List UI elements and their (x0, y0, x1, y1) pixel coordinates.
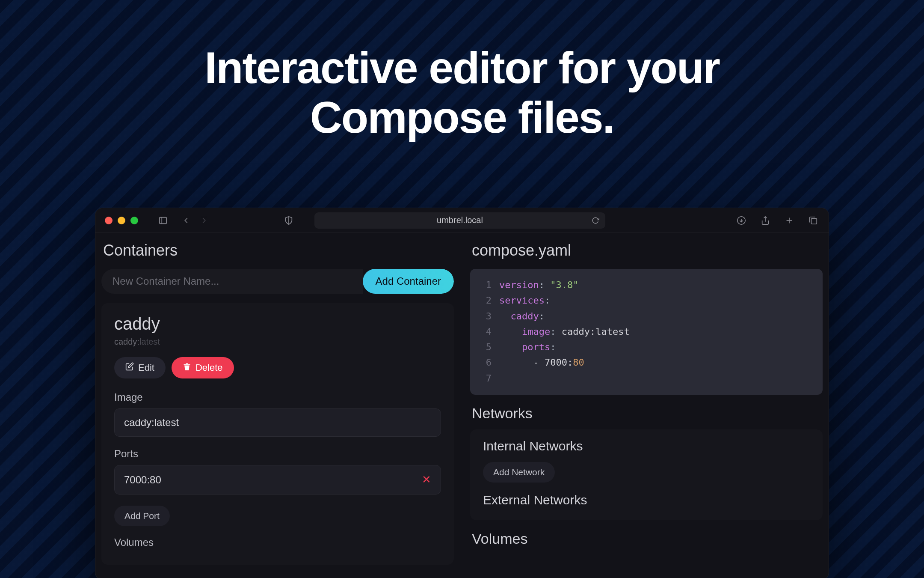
add-port-button[interactable]: Add Port (114, 506, 170, 526)
forward-button[interactable] (198, 215, 210, 226)
edit-icon (125, 362, 134, 373)
port-input[interactable]: 7000:80 ✕ (114, 465, 441, 495)
delete-label: Delete (195, 362, 223, 373)
add-container-row: Add Container (101, 269, 454, 294)
url-text: umbrel.local (437, 215, 483, 225)
close-window-button[interactable] (105, 217, 113, 224)
browser-window: umbrel.local Containers Ad (95, 208, 829, 578)
internal-networks-heading: Internal Networks (483, 439, 810, 453)
image-field-label: Image (114, 391, 441, 403)
volumes-title: Volumes (472, 530, 823, 547)
svg-rect-0 (160, 217, 167, 223)
add-network-button[interactable]: Add Network (483, 462, 555, 483)
compose-yaml-title: compose.yaml (470, 241, 823, 259)
delete-button[interactable]: Delete (172, 357, 234, 378)
new-container-name-input[interactable] (101, 269, 363, 294)
tabs-overview-icon[interactable] (807, 215, 819, 226)
url-bar[interactable]: umbrel.local (314, 212, 605, 229)
line-number: 6 (480, 355, 492, 370)
image-tag: latest (139, 337, 160, 346)
containers-pane: Containers Add Container caddy caddy:lat… (100, 241, 456, 578)
titlebar: umbrel.local (95, 208, 829, 233)
svg-rect-8 (811, 218, 817, 224)
container-image-summary: caddy:latest (114, 337, 441, 347)
remove-port-button[interactable]: ✕ (422, 473, 431, 486)
edit-label: Edit (138, 362, 154, 373)
reload-icon[interactable] (592, 217, 599, 224)
share-icon[interactable] (759, 215, 771, 226)
new-tab-icon[interactable] (783, 215, 795, 226)
hero-title: Interactive editor for your Compose file… (0, 0, 924, 143)
image-prefix: caddy: (114, 337, 139, 346)
port-value: 7000:80 (124, 474, 161, 486)
yaml-pane: compose.yaml 1version: "3.8" 2services: … (468, 241, 824, 578)
edit-button[interactable]: Edit (114, 357, 166, 378)
line-number: 7 (480, 371, 492, 386)
networks-section: Internal Networks Add Network External N… (470, 429, 823, 520)
ports-field-label: Ports (114, 448, 441, 460)
containers-title: Containers (101, 241, 454, 259)
image-input[interactable]: caddy:latest (114, 408, 441, 437)
line-number: 4 (480, 324, 492, 340)
add-container-button[interactable]: Add Container (363, 269, 454, 294)
hero-line-2: Compose files. (0, 92, 924, 142)
image-value: caddy:latest (124, 417, 179, 429)
code-editor[interactable]: 1version: "3.8" 2services: 3 caddy: 4 im… (470, 269, 823, 395)
content-area: Containers Add Container caddy caddy:lat… (95, 233, 829, 578)
downloads-icon[interactable] (735, 215, 747, 226)
line-number: 5 (480, 340, 492, 355)
external-networks-heading: External Networks (483, 493, 810, 507)
line-number: 3 (480, 309, 492, 324)
back-button[interactable] (180, 215, 192, 226)
traffic-lights (105, 217, 138, 224)
trash-icon (183, 362, 191, 373)
volumes-field-label: Volumes (114, 536, 441, 548)
container-name: caddy (114, 314, 441, 334)
privacy-shield-icon[interactable] (283, 215, 295, 226)
container-card: caddy caddy:latest Edit (101, 303, 454, 565)
sidebar-toggle-icon[interactable] (157, 215, 169, 226)
line-number: 1 (480, 277, 492, 293)
minimize-window-button[interactable] (118, 217, 125, 224)
hero-line-1: Interactive editor for your (0, 43, 924, 92)
maximize-window-button[interactable] (130, 217, 138, 224)
networks-title: Networks (472, 405, 823, 422)
line-number: 2 (480, 293, 492, 308)
